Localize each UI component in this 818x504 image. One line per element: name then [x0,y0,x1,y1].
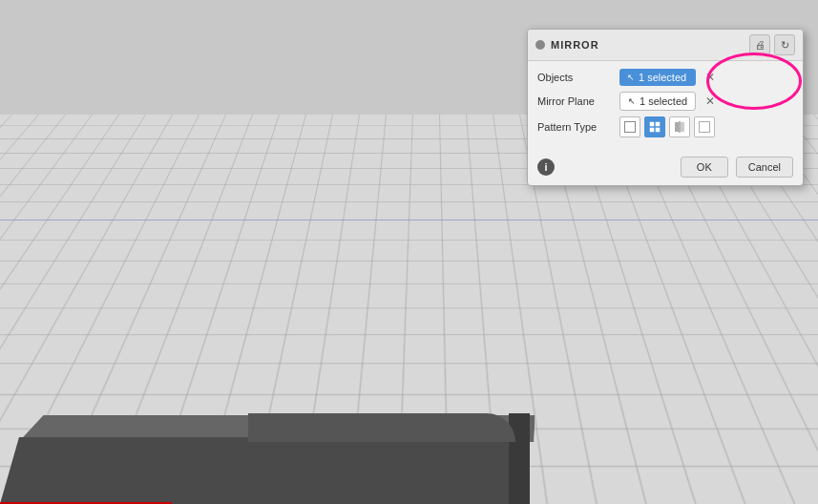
objects-label: Objects [537,72,614,83]
pattern-type-row: Pattern Type [537,116,793,137]
cursor-icon: ↖ [627,73,635,82]
mirror-plane-selected-button[interactable]: ↖ 1 selected [619,92,696,111]
mirror-plane-selected-text: 1 selected [640,95,687,107]
dialog-indicator [535,40,545,50]
blue-reference-line [0,220,818,220]
shape-right-face [509,413,530,504]
svg-rect-0 [650,122,654,126]
shape-curved-section [248,413,515,442]
mirror-icon [674,121,685,133]
objects-clear-button[interactable]: ✕ [702,69,719,86]
title-actions: 🖨 ↻ [749,34,795,55]
dialog-body: Objects ↖ 1 selected ✕ Mirror Plane ↖ 1 … [528,61,803,151]
dialog-titlebar: MIRROR 🖨 ↻ [528,30,803,61]
grid-icon [649,121,661,133]
checkbox-icon [624,121,636,133]
mirror-plane-clear-button[interactable]: ✕ [702,93,719,110]
svg-rect-3 [656,128,660,132]
plane-cursor-icon: ↖ [628,96,636,106]
objects-selected-button[interactable]: ↖ 1 selected [619,69,696,86]
objects-selected-text: 1 selected [639,72,686,83]
mirror-plane-label: Mirror Plane [537,95,614,107]
ok-button[interactable]: OK [681,157,728,178]
svg-rect-5 [681,122,684,132]
info-icon: i [544,161,547,173]
shape-front-face [0,437,511,504]
info-button[interactable]: i [537,158,555,176]
pattern-icon-checkbox[interactable] [619,116,640,137]
print-button[interactable]: 🖨 [749,34,770,55]
dialog-title: MIRROR [551,39,599,51]
pattern-type-label: Pattern Type [537,121,614,133]
objects-row: Objects ↖ 1 selected ✕ [537,69,793,86]
svg-rect-2 [650,128,654,132]
svg-rect-1 [656,122,660,126]
3d-shape [0,332,535,504]
pattern-icon-mirror[interactable] [669,116,690,137]
rotate-button[interactable]: ↻ [774,34,795,55]
svg-rect-4 [675,122,679,132]
mirror-dialog: MIRROR 🖨 ↻ Objects ↖ 1 selected ✕ Mirror… [527,29,804,186]
dialog-footer: i OK Cancel [528,151,803,185]
mirror-plane-row: Mirror Plane ↖ 1 selected ✕ [537,92,793,111]
pattern-icons-group [619,116,715,137]
cancel-button[interactable]: Cancel [736,157,793,178]
pattern-icon-grid-active[interactable] [644,116,665,137]
empty-icon [699,121,710,133]
pattern-icon-empty[interactable] [694,116,715,137]
3d-viewport: MIRROR 🖨 ↻ Objects ↖ 1 selected ✕ Mirror… [0,0,818,504]
